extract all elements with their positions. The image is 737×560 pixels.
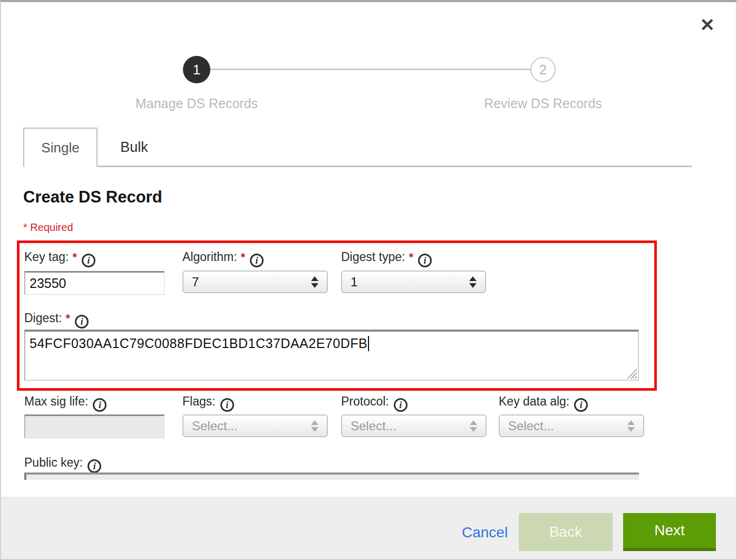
text-caret <box>368 336 369 351</box>
resize-handle-icon[interactable] <box>627 369 637 379</box>
cancel-button[interactable]: Cancel <box>462 524 508 541</box>
info-icon[interactable]: i <box>88 459 101 473</box>
key-data-alg-label-text: Key data alg: <box>499 394 569 408</box>
info-icon[interactable]: i <box>220 398 234 412</box>
info-icon[interactable]: i <box>82 254 95 267</box>
info-icon[interactable]: i <box>394 398 408 412</box>
public-key-label-text: Public key: <box>24 456 83 469</box>
select-arrows-icon <box>469 276 477 288</box>
protocol-select-value: Select... <box>351 419 396 433</box>
public-key-textarea[interactable] <box>24 472 639 480</box>
select-arrows-icon <box>311 276 318 288</box>
required-note: * Required <box>23 221 73 234</box>
tab-single[interactable]: Single <box>23 128 98 167</box>
tab-bulk[interactable]: Bulk <box>101 128 167 167</box>
stepper-step-2-number: 2 <box>539 62 547 78</box>
protocol-label: Protocol:i <box>341 394 408 412</box>
stepper-step-1-number: 1 <box>193 62 200 78</box>
tab-underline <box>98 166 692 167</box>
algorithm-label: Algorithm:*i <box>182 250 264 267</box>
flags-label-text: Flags: <box>182 394 216 408</box>
public-key-label: Public key:i <box>24 456 101 473</box>
back-button[interactable]: Back <box>519 513 613 551</box>
flags-select-value: Select... <box>192 419 238 433</box>
create-ds-record-modal: ✕ 1 2 Manage DS Records Review DS Record… <box>0 0 737 560</box>
digest-type-select-value: 1 <box>351 275 357 289</box>
key-data-alg-select-value: Select... <box>508 419 554 433</box>
digest-textarea[interactable]: 54FCF030AA1C79C0088FDEC1BD1C37DAA2E70DFB <box>24 330 639 381</box>
digest-type-label: Digest type:*i <box>341 250 432 267</box>
algorithm-label-text: Algorithm: <box>182 250 237 264</box>
required-asterisk: * <box>72 250 77 264</box>
stepper-step-2-label: Review DS Records <box>438 96 648 111</box>
digest-value: 54FCF030AA1C79C0088FDEC1BD1C37DAA2E70DFB <box>30 336 367 351</box>
info-icon[interactable]: i <box>93 398 106 412</box>
key-tag-label: Key tag:*i <box>24 250 95 267</box>
stepper-step-1-circle: 1 <box>183 56 210 83</box>
select-arrows-icon <box>470 420 477 432</box>
info-icon[interactable]: i <box>418 254 432 267</box>
key-data-alg-label: Key data alg:i <box>499 394 588 412</box>
stepper-connector-line <box>210 69 530 70</box>
digest-label-text: Digest: <box>24 311 62 325</box>
digest-type-select[interactable]: 1 <box>341 271 486 293</box>
digest-type-label-text: Digest type: <box>341 250 405 264</box>
key-tag-input[interactable] <box>24 271 164 295</box>
max-sig-life-input[interactable] <box>24 414 164 438</box>
algorithm-select-value: 7 <box>192 275 199 289</box>
close-icon[interactable]: ✕ <box>700 16 715 34</box>
key-data-alg-select[interactable]: Select... <box>499 414 644 437</box>
protocol-label-text: Protocol: <box>341 394 389 408</box>
select-arrows-icon <box>311 420 318 432</box>
digest-label: Digest:*i <box>24 311 89 329</box>
flags-select[interactable]: Select... <box>182 414 328 437</box>
stepper-step-2-circle: 2 <box>530 57 556 82</box>
protocol-select[interactable]: Select... <box>341 414 487 437</box>
next-button[interactable]: Next <box>623 513 716 551</box>
info-icon[interactable]: i <box>250 254 264 267</box>
max-sig-life-label: Max sig life:i <box>24 394 106 412</box>
required-asterisk: * <box>66 312 71 325</box>
algorithm-select[interactable]: 7 <box>182 271 328 293</box>
select-arrows-icon <box>627 420 635 432</box>
required-asterisk: * <box>409 250 413 264</box>
info-icon[interactable]: i <box>574 398 588 412</box>
required-asterisk: * <box>241 250 246 264</box>
page-title: Create DS Record <box>23 188 162 207</box>
flags-label: Flags:i <box>182 394 234 412</box>
stepper-step-1-label: Manage DS Records <box>91 96 302 111</box>
info-icon[interactable]: i <box>75 315 89 329</box>
key-tag-label-text: Key tag: <box>24 250 69 264</box>
max-sig-life-label-text: Max sig life: <box>24 394 88 408</box>
